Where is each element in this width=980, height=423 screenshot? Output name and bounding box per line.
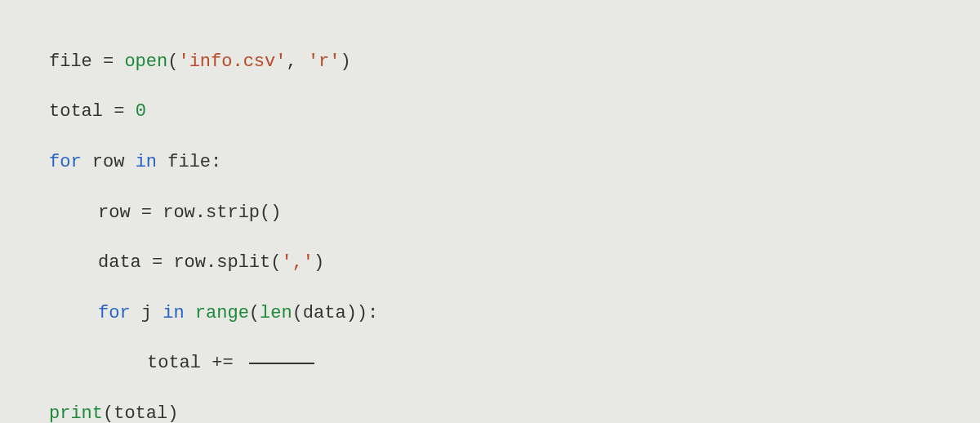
- code-text: file =: [49, 51, 124, 72]
- code-builtin: len: [260, 303, 292, 323]
- code-text: j: [131, 303, 163, 323]
- code-line-4: row = row.strip(): [49, 201, 931, 226]
- code-builtin: open: [124, 51, 167, 72]
- fill-blank[interactable]: [249, 363, 314, 364]
- code-builtin: range: [195, 303, 249, 323]
- code-line-3: for row in file:: [49, 150, 931, 176]
- code-line-6: for j in range(len(data)):: [49, 301, 931, 327]
- code-text: ): [340, 51, 350, 72]
- code-line-2: total = 0: [49, 100, 931, 125]
- code-line-8: print(total): [49, 402, 931, 423]
- code-text: (data)):: [292, 303, 379, 323]
- code-text: (total): [103, 403, 178, 423]
- code-keyword: in: [163, 303, 184, 323]
- code-number: 0: [136, 101, 146, 122]
- code-text: row = row.strip(): [98, 203, 281, 223]
- code-keyword: for: [49, 152, 82, 172]
- code-text: (: [167, 51, 178, 72]
- code-line-5: data = row.split(','): [49, 251, 931, 276]
- code-keyword: in: [136, 152, 157, 172]
- code-text: total +=: [147, 353, 244, 373]
- code-line-1: file = open('info.csv', 'r'): [49, 50, 931, 75]
- code-text: ): [314, 252, 324, 273]
- code-text: total =: [49, 101, 136, 122]
- code-string: 'r': [308, 51, 341, 72]
- code-text: data = row.split(: [98, 252, 281, 273]
- code-builtin: print: [49, 403, 103, 423]
- code-keyword: for: [98, 303, 131, 323]
- code-text: row: [82, 152, 136, 172]
- code-text: file:: [157, 152, 221, 172]
- code-text: ,: [286, 51, 307, 72]
- code-string: ',': [281, 252, 314, 273]
- code-block: file = open('info.csv', 'r') total = 0 f…: [49, 24, 931, 423]
- code-text: (: [249, 303, 260, 323]
- code-line-7: total +=: [49, 351, 931, 376]
- code-text: [185, 303, 195, 323]
- code-string: 'info.csv': [178, 51, 286, 72]
